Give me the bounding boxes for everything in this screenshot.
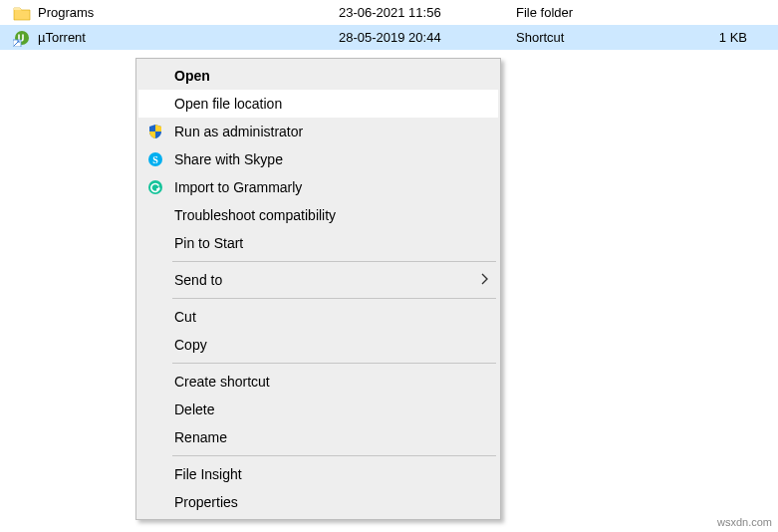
skype-icon: S	[146, 150, 164, 168]
shield-icon	[146, 123, 164, 140]
menu-label: Troubleshoot compatibility	[174, 207, 336, 223]
file-size: 1 KB	[705, 30, 757, 45]
file-row-utorrent[interactable]: µTorrent 28-05-2019 20:44 Shortcut 1 KB	[0, 25, 778, 50]
file-name: Programs	[38, 5, 94, 20]
chevron-right-icon	[480, 272, 488, 288]
menu-separator	[172, 363, 496, 364]
menu-pin-to-start[interactable]: Pin to Start	[138, 229, 498, 257]
file-row-programs[interactable]: Programs 23-06-2021 11:56 File folder	[0, 0, 778, 25]
file-list: Programs 23-06-2021 11:56 File folder µT…	[0, 0, 778, 50]
menu-label: Delete	[174, 401, 214, 417]
menu-label: Create shortcut	[174, 374, 270, 390]
menu-label: Share with Skype	[174, 151, 283, 167]
menu-cut[interactable]: Cut	[138, 303, 498, 331]
menu-separator	[172, 298, 496, 299]
menu-file-insight[interactable]: File Insight	[138, 460, 498, 488]
folder-icon	[12, 3, 32, 23]
menu-troubleshoot-compatibility[interactable]: Troubleshoot compatibility	[138, 201, 498, 229]
file-date: 23-06-2021 11:56	[339, 5, 516, 20]
menu-label: Open file location	[174, 96, 282, 112]
svg-text:S: S	[152, 154, 158, 165]
file-type: Shortcut	[516, 30, 705, 45]
menu-label: Pin to Start	[174, 235, 243, 251]
menu-delete[interactable]: Delete	[138, 396, 498, 423]
menu-separator	[172, 261, 496, 262]
menu-label: Import to Grammarly	[174, 179, 302, 195]
file-name: µTorrent	[38, 30, 86, 45]
menu-properties[interactable]: Properties	[138, 488, 498, 516]
menu-import-to-grammarly[interactable]: Import to Grammarly	[138, 173, 498, 201]
menu-label: Run as administrator	[174, 124, 303, 139]
menu-label: Send to	[174, 272, 222, 288]
file-type: File folder	[516, 5, 705, 20]
menu-label: Cut	[174, 309, 196, 325]
menu-rename[interactable]: Rename	[138, 423, 498, 451]
context-menu: Open Open file location Run as administr…	[135, 58, 501, 520]
menu-label: Rename	[174, 429, 227, 445]
menu-send-to[interactable]: Send to	[138, 266, 498, 294]
menu-label: File Insight	[174, 466, 242, 482]
menu-open[interactable]: Open	[138, 62, 498, 90]
menu-separator	[172, 455, 496, 456]
file-date: 28-05-2019 20:44	[339, 30, 516, 45]
menu-label: Open	[174, 68, 210, 84]
watermark: wsxdn.com	[717, 516, 772, 528]
menu-share-with-skype[interactable]: S Share with Skype	[138, 145, 498, 173]
menu-run-as-administrator[interactable]: Run as administrator	[138, 118, 498, 145]
utorrent-shortcut-icon	[12, 28, 32, 48]
menu-copy[interactable]: Copy	[138, 331, 498, 359]
menu-open-file-location[interactable]: Open file location	[138, 90, 498, 118]
grammarly-icon	[146, 178, 164, 196]
menu-label: Copy	[174, 337, 207, 353]
menu-create-shortcut[interactable]: Create shortcut	[138, 368, 498, 396]
menu-label: Properties	[174, 494, 238, 510]
